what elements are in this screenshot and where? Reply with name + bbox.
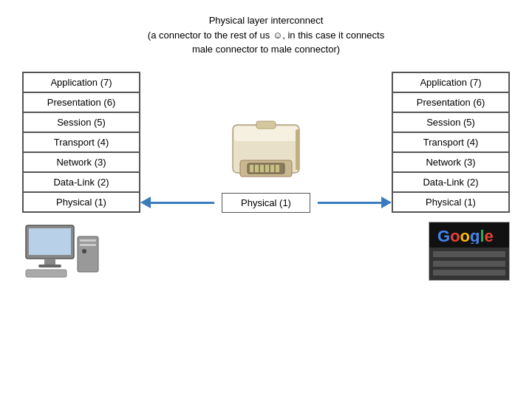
svg-point-19: [82, 249, 86, 253]
svg-rect-4: [250, 165, 253, 172]
svg-rect-15: [38, 265, 61, 267]
svg-rect-8: [270, 165, 274, 172]
svg-rect-18: [80, 244, 96, 246]
svg-rect-13: [29, 228, 71, 255]
title-line1: Physical layer interconnect: [44, 13, 488, 28]
left-layer-1: Physical (1): [23, 192, 140, 212]
left-osi-stack: Application (7)Presentation (6)Session (…: [22, 72, 140, 213]
svg-rect-11: [296, 129, 299, 170]
svg-rect-9: [276, 165, 279, 172]
physical-arrow-row: Physical (1): [140, 193, 392, 213]
svg-rect-6: [260, 165, 264, 172]
left-layer-3: Network (3): [23, 152, 140, 172]
svg-rect-7: [265, 165, 269, 172]
main-content: Application (7)Presentation (6)Session (…: [0, 64, 532, 213]
connector-area: Physical (1): [140, 110, 392, 213]
right-layer-2: Data-Link (2): [392, 172, 509, 192]
right-osi-stack: Application (7)Presentation (6)Session (…: [392, 72, 510, 213]
svg-rect-20: [26, 270, 66, 277]
google-logo-svg: Google: [436, 225, 502, 244]
svg-rect-5: [255, 165, 259, 172]
left-layer-6: Presentation (6): [23, 92, 140, 112]
svg-rect-10: [256, 121, 276, 129]
arrow-left-head: [140, 197, 151, 208]
google-server-icon: Google: [429, 222, 510, 281]
left-layer-4: Transport (4): [23, 132, 140, 152]
svg-text:Google: Google: [437, 227, 494, 244]
right-layer-4: Transport (4): [392, 132, 509, 152]
right-layer-7: Application (7): [392, 72, 509, 92]
rj45-connector: [218, 110, 314, 191]
title-line2: (a connector to the rest of us ☺, in thi…: [44, 28, 488, 43]
right-layer-1: Physical (1): [392, 192, 509, 212]
right-layer-6: Presentation (6): [392, 92, 509, 112]
computer-icon: [22, 222, 103, 281]
svg-rect-17: [80, 239, 96, 242]
right-layer-3: Network (3): [392, 152, 509, 172]
right-layer-5: Session (5): [392, 112, 509, 132]
slide-title: Physical layer interconnect (a connector…: [0, 0, 532, 64]
arrow-line-right: [318, 202, 381, 204]
arrow-right-head: [381, 197, 392, 208]
left-layer-7: Application (7): [23, 72, 140, 92]
center-physical-label: Physical (1): [222, 193, 310, 213]
svg-rect-14: [44, 259, 55, 265]
left-layer-2: Data-Link (2): [23, 172, 140, 192]
desktop-computer-svg: [22, 222, 103, 281]
svg-rect-16: [78, 236, 98, 272]
left-layer-5: Session (5): [23, 112, 140, 132]
bottom-area: Google: [0, 213, 532, 281]
arrow-line-left: [151, 202, 214, 204]
title-line3: male connector to male connector): [44, 42, 488, 57]
